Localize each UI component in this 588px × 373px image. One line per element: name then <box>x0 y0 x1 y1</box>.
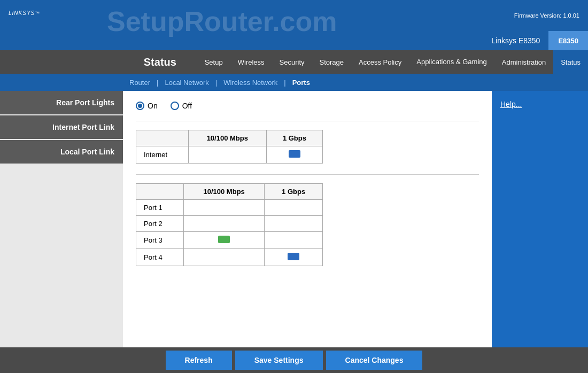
table-row: Port 3 <box>136 232 323 249</box>
port4-1gbps-indicator <box>288 253 299 260</box>
port3-col1 <box>184 232 265 249</box>
cancel-changes-button[interactable]: Cancel Changes <box>326 351 423 370</box>
internet-row-col2 <box>266 146 322 164</box>
nav-access-policy[interactable]: Access Policy <box>351 50 409 74</box>
port3-label: Port 3 <box>136 232 184 249</box>
port4-label: Port 4 <box>136 249 184 266</box>
port3-10100-indicator <box>218 236 230 243</box>
sub-nav: Router | Local Network | Wireless Networ… <box>0 74 588 91</box>
port2-col2 <box>265 216 323 232</box>
internet-port-table: 10/100 Mbps 1 Gbps Internet <box>136 130 323 164</box>
internet-table-col2-header: 1 Gbps <box>266 130 322 146</box>
divider-2 <box>136 174 479 175</box>
footer: Refresh Save Settings Cancel Changes <box>0 347 588 373</box>
content-area: On Off 10/100 Mbps 1 Gbps Internet <box>123 91 492 347</box>
port1-label: Port 1 <box>136 200 184 216</box>
radio-on-label[interactable]: On <box>136 102 158 110</box>
logo-tm: ™ <box>35 11 40 16</box>
port1-col2 <box>265 200 323 216</box>
internet-row-label: Internet <box>136 146 189 164</box>
header: LINKSYS™ Firmware Version: 1.0.01 <box>0 0 588 31</box>
sidebar: Rear Port Lights Internet Port Link Loca… <box>0 91 123 347</box>
help-link[interactable]: Help... <box>500 100 522 108</box>
internet-row-col1 <box>188 146 266 164</box>
local-table-col2-header: 1 Gbps <box>265 184 323 200</box>
internet-1gbps-indicator <box>289 150 300 158</box>
on-off-radio-group: On Off <box>136 102 479 110</box>
logo-text: LINKSYS <box>9 10 35 16</box>
save-settings-button[interactable]: Save Settings <box>235 351 323 370</box>
sub-nav-router[interactable]: Router <box>123 79 157 87</box>
port3-col2 <box>265 232 323 249</box>
port4-col2 <box>265 249 323 266</box>
firmware-version: Firmware Version: 1.0.01 <box>514 12 579 19</box>
radio-off-text: Off <box>182 102 192 110</box>
logo: LINKSYS™ <box>9 7 40 24</box>
nav-status[interactable]: Status <box>553 50 588 74</box>
refresh-button[interactable]: Refresh <box>166 351 232 370</box>
radio-off-icon <box>171 102 179 110</box>
port1-col1 <box>184 200 265 216</box>
local-table-empty-header <box>136 184 184 200</box>
device-row: Linksys E8350 E8350 <box>0 31 588 50</box>
radio-on-text: On <box>148 102 158 110</box>
nav-bar: Status Setup Wireless Security Storage A… <box>0 50 588 74</box>
port4-col1 <box>184 249 265 266</box>
local-table-col1-header: 10/100 Mbps <box>184 184 265 200</box>
internet-table-col1-header: 10/100 Mbps <box>188 130 266 146</box>
page-title: Status <box>123 50 197 74</box>
table-row: Port 4 <box>136 249 323 266</box>
nav-administration[interactable]: Administration <box>494 50 553 74</box>
sidebar-item-rear-port-lights[interactable]: Rear Port Lights <box>0 91 123 114</box>
port2-col1 <box>184 216 265 232</box>
local-port-table: 10/100 Mbps 1 Gbps Port 1 Port 2 Port 3 <box>136 183 323 266</box>
nav-setup[interactable]: Setup <box>197 50 230 74</box>
right-panel: Help... <box>492 91 588 347</box>
internet-table-empty-header <box>136 130 189 146</box>
device-badge: E8350 <box>548 31 588 50</box>
sidebar-item-local-port-link[interactable]: Local Port Link <box>0 140 123 164</box>
nav-security[interactable]: Security <box>272 50 312 74</box>
nav-storage[interactable]: Storage <box>312 50 352 74</box>
table-row: Internet <box>136 146 323 164</box>
table-row: Port 2 <box>136 216 323 232</box>
radio-on-icon <box>136 102 144 110</box>
port2-label: Port 2 <box>136 216 184 232</box>
sub-nav-wireless-network[interactable]: Wireless Network <box>217 79 284 87</box>
radio-off-label[interactable]: Off <box>171 102 192 110</box>
divider-1 <box>136 121 479 121</box>
sub-nav-local-network[interactable]: Local Network <box>158 79 215 87</box>
table-row: Port 1 <box>136 200 323 216</box>
main-layout: Rear Port Lights Internet Port Link Loca… <box>0 91 588 347</box>
sidebar-item-internet-port-link[interactable]: Internet Port Link <box>0 115 123 139</box>
sub-nav-ports[interactable]: Ports <box>286 79 316 87</box>
device-name: Linksys E8350 <box>483 36 548 45</box>
nav-wireless[interactable]: Wireless <box>230 50 272 74</box>
nav-apps-gaming[interactable]: Applications & Gaming <box>409 50 494 74</box>
